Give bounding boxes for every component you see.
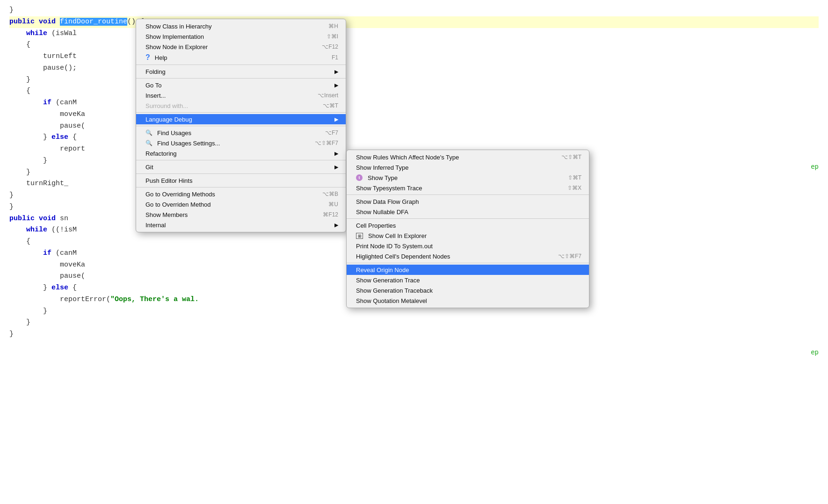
menu-item-show-class-hierarchy[interactable]: Show Class in Hierarchy ⌘H [136,21,346,31]
cell-icon: ⊞ [356,233,363,239]
submenu-arrow: ▶ [334,69,338,75]
submenu-arrow: ▶ [334,222,338,228]
menu-item-shortcut: ⌥⇧⌘F7 [315,140,338,146]
submenu-separator [347,194,589,195]
submenu-arrow: ▶ [334,82,338,88]
code-line: } else { [9,132,819,144]
submenu-item-show-quotation[interactable]: Show Quotation Metalevel [347,295,589,306]
menu-item-label: Go to Overriding Methods [145,191,215,198]
submenu-item-show-gen-trace[interactable]: Show Generation Trace [347,275,589,285]
submenu-arrow: ▶ [334,151,338,157]
type-icon: t [356,174,363,181]
menu-item-shortcut: ⇧⌘I [327,33,338,40]
menu-item-git[interactable]: Git ▶ [136,162,346,172]
menu-item-shortcut: ⌘F12 [323,211,338,218]
menu-item-help[interactable]: ? Help F1 [136,52,346,63]
menu-separator [136,173,346,174]
menu-separator [136,187,346,187]
submenu-arrow: ▶ [334,116,338,122]
submenu-item-label: Show Typesystem Trace [356,185,422,192]
submenu-item-label: Higlighted Cell's Dependent Nodes [356,253,450,260]
menu-item-find-usages-settings[interactable]: 🔍 Find Usages Settings... ⌥⇧⌘F7 [136,138,346,148]
menu-item-shortcut: ⌘H [328,23,338,29]
menu-item-label: Language Debug [145,116,192,123]
code-line: moveKa [9,109,819,121]
menu-item-label: Push Editor Hints [145,177,192,184]
code-line: pause(); [9,63,819,74]
submenu-item-show-typesystem[interactable]: Show Typesystem Trace ⇧⌘X [347,183,589,193]
menu-separator [136,65,346,65]
submenu-item-shortcut: ⇧⌘X [567,185,581,191]
code-line: } [9,5,819,16]
submenu-item-show-inferred-type[interactable]: Show Inferred Type [347,162,589,173]
menu-item-shortcut: ⌥F12 [322,43,338,50]
submenu-arrow: ▶ [334,164,338,170]
submenu-item-label: Show Nullable DFA [356,209,408,216]
submenu-item-label: ⊞ Show Cell In Explorer [356,232,427,239]
menu-item-label: Internal [145,222,166,229]
code-line: { [9,86,819,97]
language-debug-submenu[interactable]: Show Rules Which Affect Node's Type ⌥⇧⌘T… [346,150,589,308]
menu-item-label: ? Help [145,53,167,62]
menu-item-folding[interactable]: Folding ▶ [136,66,346,77]
context-menu[interactable]: Show Class in Hierarchy ⌘H Show Implemen… [136,19,346,232]
search-icon-2: 🔍 [145,140,153,146]
submenu-item-shortcut: ⌥⇧⌘F7 [558,253,581,259]
menu-separator [136,160,346,160]
help-icon: ? [145,53,150,62]
menu-item-refactoring[interactable]: Refactoring ▶ [136,148,346,158]
submenu-item-label: Show Data Flow Graph [356,198,419,205]
menu-item-shortcut: ⌥⌘B [322,191,338,197]
menu-item-goto[interactable]: Go To ▶ [136,80,346,90]
menu-item-language-debug[interactable]: Language Debug ▶ [136,114,346,124]
code-line: if (canM [9,97,819,109]
menu-item-shortcut: ⌘U [328,201,338,208]
submenu-item-reveal-origin[interactable]: Reveal Origin Node [347,265,589,275]
menu-item-label: Go to Overriden Method [145,201,211,208]
submenu-item-print-node-id[interactable]: Print Node ID To System.out [347,241,589,251]
code-line: { [9,39,819,51]
code-line: } [9,317,819,329]
submenu-item-show-cell-explorer[interactable]: ⊞ Show Cell In Explorer [347,230,589,241]
menu-item-shortcut: ⌥F7 [325,130,338,136]
submenu-item-label: Cell Properties [356,222,396,229]
menu-separator [136,126,346,126]
submenu-item-data-flow[interactable]: Show Data Flow Graph [347,196,589,207]
submenu-item-shortcut: ⌥⇧⌘T [561,154,581,160]
submenu-separator [347,263,589,263]
menu-item-show-implementation[interactable]: Show Implementation ⇧⌘I [136,31,346,42]
submenu-item-nullable-dfa[interactable]: Show Nullable DFA [347,207,589,217]
menu-item-surround: Surround with... ⌥⌘T [136,101,346,111]
submenu-item-highlighted-cell-deps[interactable]: Higlighted Cell's Dependent Nodes ⌥⇧⌘F7 [347,251,589,261]
menu-item-shortcut: F1 [332,54,338,61]
submenu-item-show-type[interactable]: t Show Type ⇧⌘T [347,173,589,183]
submenu-item-show-rules[interactable]: Show Rules Which Affect Node's Type ⌥⇧⌘T [347,152,589,162]
menu-item-internal[interactable]: Internal ▶ [136,220,346,230]
menu-item-label: Surround with... [145,102,188,109]
submenu-item-label: Show Generation Trace [356,277,420,284]
code-line: } [9,74,819,86]
code-line-highlight: public void findDoor_routine() { [9,16,819,28]
menu-separator [136,112,346,113]
submenu-item-show-gen-traceback[interactable]: Show Generation Traceback [347,285,589,295]
menu-item-show-node-explorer[interactable]: Show Node in Explorer ⌥F12 [136,42,346,52]
menu-item-find-usages[interactable]: 🔍 Find Usages ⌥F7 [136,128,346,138]
menu-item-label: Insert... [145,92,166,99]
menu-item-label: Git [145,164,153,171]
menu-item-push-editor-hints[interactable]: Push Editor Hints [136,175,346,186]
code-line: } [9,329,819,340]
submenu-item-label: Show Generation Traceback [356,287,433,294]
menu-item-label: 🔍 Find Usages Settings... [145,140,220,147]
menu-item-insert[interactable]: Insert... ⌥Insert [136,90,346,101]
menu-item-go-overriding[interactable]: Go to Overriding Methods ⌥⌘B [136,189,346,199]
code-line: while (isWal [9,28,819,40]
submenu-item-label: Reveal Origin Node [356,266,409,274]
submenu-item-label: Show Rules Which Affect Node's Type [356,154,459,161]
submenu-item-cell-properties[interactable]: Cell Properties [347,220,589,230]
menu-item-show-members[interactable]: Show Members ⌘F12 [136,209,346,220]
submenu-item-label: Show Quotation Metalevel [356,297,427,304]
menu-separator [136,78,346,79]
submenu-separator [347,218,589,219]
menu-item-label: Show Implementation [145,33,204,40]
menu-item-go-overriden[interactable]: Go to Overriden Method ⌘U [136,199,346,209]
